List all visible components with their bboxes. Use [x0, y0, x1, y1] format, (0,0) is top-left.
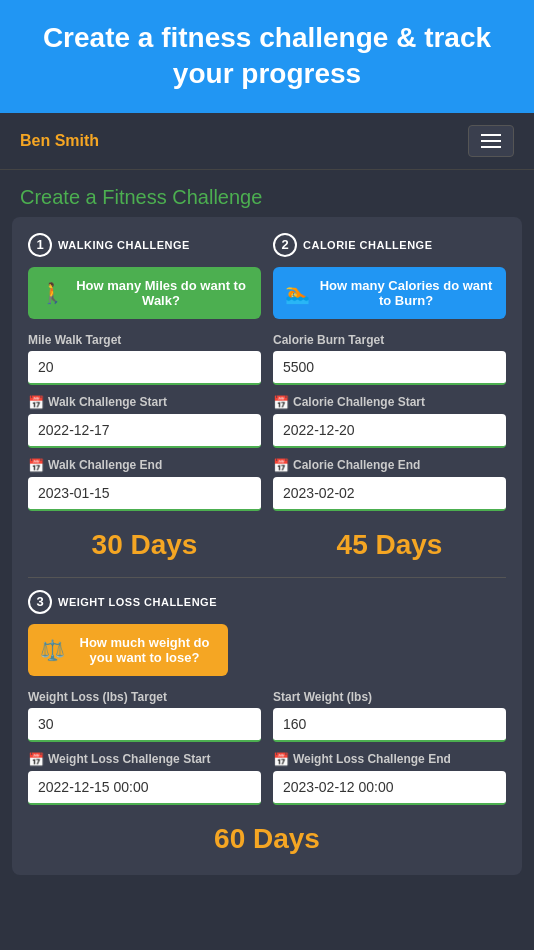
walk-end-input[interactable] — [28, 477, 261, 511]
calorie-start-input[interactable] — [273, 414, 506, 448]
calorie-target-input[interactable] — [273, 351, 506, 385]
calorie-challenge-col: 2 CALORIE CHALLENGE 🏊 How many Calories … — [273, 233, 506, 565]
weightloss-challenge-header: 3 WEIGHT LOSS CHALLENGE — [28, 590, 506, 614]
start-weight-input[interactable] — [273, 708, 506, 742]
weightloss-end-input[interactable] — [273, 771, 506, 805]
weight-target-label: Weight Loss (lbs) Target — [28, 690, 261, 704]
calorie-challenge-header: 2 CALORIE CHALLENGE — [273, 233, 506, 257]
header-banner: Create a fitness challenge & track your … — [0, 0, 534, 113]
hamburger-line-2 — [481, 140, 501, 142]
calorie-challenge-number: 2 — [273, 233, 297, 257]
weight-target-col: Weight Loss (lbs) Target — [28, 690, 261, 752]
challenge-row-1: 1 WALKING CHALLENGE 🚶 How many Miles do … — [28, 233, 506, 565]
weightloss-icon: ⚖️ — [40, 638, 65, 662]
calendar-icon-walk-end: 📅 — [28, 458, 44, 473]
weightloss-dates-row: 📅 Weight Loss Challenge Start 📅 Weight L… — [28, 752, 506, 815]
calorie-start-label: 📅 Calorie Challenge Start — [273, 395, 506, 410]
calorie-end-input[interactable] — [273, 477, 506, 511]
nav-bar: Ben Smith — [0, 113, 534, 170]
weightloss-btn-label: How much weight do you want to lose? — [73, 635, 216, 665]
main-card: 1 WALKING CHALLENGE 🚶 How many Miles do … — [12, 217, 522, 875]
calorie-end-label: 📅 Calorie Challenge End — [273, 458, 506, 473]
walk-end-label: 📅 Walk Challenge End — [28, 458, 261, 473]
hamburger-button[interactable] — [468, 125, 514, 157]
mile-target-label: Mile Walk Target — [28, 333, 261, 347]
weightloss-start-input[interactable] — [28, 771, 261, 805]
mile-target-input[interactable] — [28, 351, 261, 385]
weightloss-start-label: 📅 Weight Loss Challenge Start — [28, 752, 261, 767]
walking-days-display: 30 Days — [28, 521, 261, 565]
weightloss-end-label: 📅 Weight Loss Challenge End — [273, 752, 506, 767]
weightloss-start-col: 📅 Weight Loss Challenge Start — [28, 752, 261, 815]
calorie-icon: 🏊 — [285, 281, 310, 305]
weightloss-challenge-button[interactable]: ⚖️ How much weight do you want to lose? — [28, 624, 228, 676]
weightloss-challenge-section: 3 WEIGHT LOSS CHALLENGE ⚖️ How much weig… — [28, 590, 506, 859]
weightloss-challenge-number: 3 — [28, 590, 52, 614]
weightloss-end-col: 📅 Weight Loss Challenge End — [273, 752, 506, 815]
walking-challenge-button[interactable]: 🚶 How many Miles do want to Walk? — [28, 267, 261, 319]
nav-username: Ben Smith — [20, 132, 99, 150]
start-weight-col: Start Weight (lbs) — [273, 690, 506, 752]
weightloss-fields-row: Weight Loss (lbs) Target Start Weight (l… — [28, 690, 506, 752]
calorie-challenge-button[interactable]: 🏊 How many Calories do want to Burn? — [273, 267, 506, 319]
calorie-btn-label: How many Calories do want to Burn? — [318, 278, 494, 308]
walk-start-input[interactable] — [28, 414, 261, 448]
hamburger-line-1 — [481, 134, 501, 136]
calendar-icon-wl-start: 📅 — [28, 752, 44, 767]
walking-challenge-number: 1 — [28, 233, 52, 257]
walking-challenge-header: 1 WALKING CHALLENGE — [28, 233, 261, 257]
weight-target-input[interactable] — [28, 708, 261, 742]
walking-challenge-title: WALKING CHALLENGE — [58, 239, 190, 251]
weightloss-challenge-title: WEIGHT LOSS CHALLENGE — [58, 596, 217, 608]
hamburger-line-3 — [481, 146, 501, 148]
calendar-icon-wl-end: 📅 — [273, 752, 289, 767]
walking-icon: 🚶 — [40, 281, 65, 305]
start-weight-label: Start Weight (lbs) — [273, 690, 506, 704]
walking-btn-label: How many Miles do want to Walk? — [73, 278, 249, 308]
calorie-challenge-title: CALORIE CHALLENGE — [303, 239, 433, 251]
walking-challenge-col: 1 WALKING CHALLENGE 🚶 How many Miles do … — [28, 233, 261, 565]
weightloss-days-display: 60 Days — [28, 815, 506, 859]
page-title: Create a Fitness Challenge — [0, 170, 534, 217]
calorie-target-label: Calorie Burn Target — [273, 333, 506, 347]
calorie-days-display: 45 Days — [273, 521, 506, 565]
calendar-icon-calorie-start: 📅 — [273, 395, 289, 410]
calendar-icon-calorie-end: 📅 — [273, 458, 289, 473]
walk-start-label: 📅 Walk Challenge Start — [28, 395, 261, 410]
header-title: Create a fitness challenge & track your … — [30, 20, 504, 93]
calendar-icon-walk-start: 📅 — [28, 395, 44, 410]
section-divider — [28, 577, 506, 578]
